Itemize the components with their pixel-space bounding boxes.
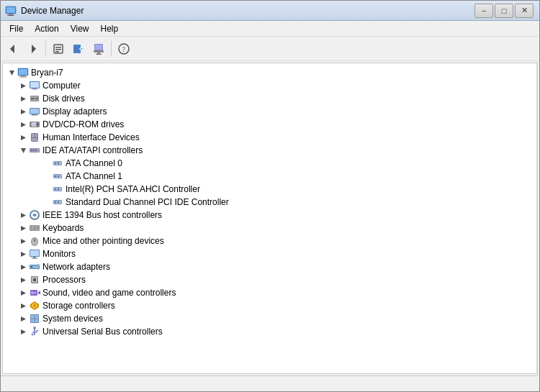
tree-label-stdpciide: Standard Dual Channel PCI IDE Controller [66, 197, 229, 207]
svg-rect-14 [95, 45, 102, 50]
properties-button[interactable] [49, 40, 68, 58]
tree-item-bryan[interactable]: Bryan-i7 [3, 66, 536, 79]
svg-rect-27 [30, 82, 39, 88]
svg-rect-69 [55, 201, 56, 203]
tree-item-systemdevices[interactable]: System devices [3, 312, 536, 325]
tree-expander-ieee1394[interactable] [17, 209, 29, 221]
tree-label-computer: Computer [42, 81, 81, 91]
svg-marker-44 [21, 135, 26, 140]
svg-rect-62 [58, 176, 59, 177]
tree-label-networkadapters: Network adapters [42, 262, 110, 272]
device-icon-computer [29, 80, 40, 91]
svg-rect-54 [35, 150, 37, 151]
device-icon-ideata [29, 145, 40, 156]
tree-item-storagecontrollers[interactable]: Storage controllers [3, 299, 536, 312]
help-button[interactable]: ? [114, 40, 133, 58]
tree-expander-hid[interactable] [17, 132, 29, 143]
device-icon-storagecontrollers [29, 300, 40, 311]
tree-label-dvdcdrom: DVD/CD-ROM drives [42, 119, 124, 129]
tree-item-keyboards[interactable]: Keyboards [3, 222, 536, 234]
svg-marker-4 [10, 45, 14, 53]
svg-rect-22 [19, 69, 27, 75]
tree-item-networkadapters[interactable]: Network adapters [3, 260, 536, 273]
tree-item-computer[interactable]: Computer [3, 79, 536, 92]
tree-label-hid: Human Interface Devices [42, 132, 140, 142]
menu-view[interactable]: View [65, 22, 95, 35]
tree-expander-displayadapters[interactable] [17, 106, 29, 117]
tree-item-displayadapters[interactable]: Display adapters [3, 105, 536, 118]
menu-file[interactable]: File [4, 22, 29, 35]
tree-item-ideata[interactable]: IDE ATA/ATAPI controllers [3, 144, 536, 157]
menu-help[interactable]: Help [95, 22, 125, 35]
device-icon-stdpciide [52, 196, 63, 208]
update-driver-button[interactable] [89, 40, 108, 58]
device-icon-systemdevices [29, 313, 40, 324]
tree-label-monitors: Monitors [42, 249, 76, 259]
tree-label-bryan: Bryan-i7 [31, 68, 63, 78]
tree-label-diskdrives: Disk drives [42, 94, 85, 104]
svg-rect-75 [30, 226, 39, 230]
device-icon-keyboards [29, 222, 40, 234]
tree-item-monitors[interactable]: Monitors [3, 247, 536, 260]
tree-expander-keyboards[interactable] [17, 222, 29, 234]
tree-item-mice[interactable]: Mice and other pointing devices [3, 234, 536, 247]
back-button[interactable] [4, 40, 22, 58]
svg-rect-1 [6, 7, 15, 13]
tree-item-atachannel0[interactable]: ATA Channel 0 [3, 157, 536, 170]
title-bar: Device Manager − □ ✕ [1, 1, 539, 21]
tree-expander-soundvideo[interactable] [17, 287, 29, 298]
tree-expander-networkadapters[interactable] [17, 261, 29, 273]
tree-item-hid[interactable]: Human Interface Devices [3, 131, 536, 144]
menu-action[interactable]: Action [29, 22, 64, 35]
tree-expander-bryan[interactable] [6, 67, 17, 78]
tree-item-soundvideo[interactable]: Sound, video and game controllers [3, 286, 536, 299]
tree-expander-atachannel1[interactable] [40, 170, 52, 182]
svg-marker-118 [21, 329, 26, 334]
tree-label-ieee1394: IEEE 1394 Bus host controllers [42, 210, 162, 220]
svg-rect-81 [33, 229, 36, 230]
tree-expander-diskdrives[interactable] [17, 93, 29, 104]
svg-rect-9 [55, 51, 59, 53]
svg-marker-38 [21, 122, 26, 127]
tree-expander-stdpciide[interactable] [40, 196, 52, 208]
device-icon-atachannel1 [52, 170, 63, 182]
svg-point-107 [31, 291, 34, 294]
tree-item-atachannel1[interactable]: ATA Channel 1 [3, 170, 536, 183]
title-bar-left: Device Manager [5, 5, 84, 17]
tree-expander-computer[interactable] [17, 80, 29, 91]
tree-expander-atachannel0[interactable] [40, 158, 52, 169]
tree-expander-monitors[interactable] [17, 248, 29, 260]
device-icon-atachannel0 [52, 158, 63, 169]
svg-rect-2 [9, 14, 13, 15]
tree-expander-usb[interactable] [17, 326, 29, 337]
device-icon-diskdrives [29, 93, 40, 104]
tree-expander-dvdcdrom[interactable] [17, 119, 29, 130]
tree-expander-mice[interactable] [17, 235, 29, 247]
maximize-button[interactable]: □ [495, 4, 513, 18]
tree-expander-intelahci[interactable] [40, 183, 52, 195]
svg-marker-88 [21, 252, 26, 257]
forward-button[interactable] [24, 40, 42, 58]
tree-item-processors[interactable]: Processors [3, 273, 536, 286]
tree-view[interactable]: Bryan-i7 Computer Disk drives Display ad… [3, 63, 537, 373]
minimize-button[interactable]: − [474, 4, 493, 18]
tree-label-systemdevices: System devices [42, 314, 103, 324]
tree-expander-storagecontrollers[interactable] [17, 300, 29, 311]
tree-item-intelahci[interactable]: Intel(R) PCH SATA AHCI Controller [3, 183, 536, 196]
tree-item-diskdrives[interactable]: Disk drives [3, 92, 536, 105]
svg-rect-16 [97, 53, 100, 54]
tree-item-stdpciide[interactable]: Standard Dual Channel PCI IDE Controller [3, 196, 536, 209]
scan-button[interactable] [69, 40, 88, 58]
svg-point-108 [35, 292, 37, 294]
tree-item-ieee1394[interactable]: IEEE 1394 Bus host controllers [3, 209, 536, 222]
svg-marker-83 [21, 239, 26, 244]
tree-label-keyboards: Keyboards [42, 223, 84, 233]
svg-rect-36 [30, 109, 39, 114]
tree-expander-processors[interactable] [17, 274, 29, 286]
svg-text:?: ? [122, 45, 126, 53]
tree-expander-systemdevices[interactable] [17, 313, 29, 324]
tree-item-usb[interactable]: Universal Serial Bus controllers [3, 325, 536, 338]
tree-item-dvdcdrom[interactable]: DVD/CD-ROM drives [3, 118, 536, 131]
tree-expander-ideata[interactable] [17, 145, 29, 156]
close-button[interactable]: ✕ [515, 4, 534, 18]
